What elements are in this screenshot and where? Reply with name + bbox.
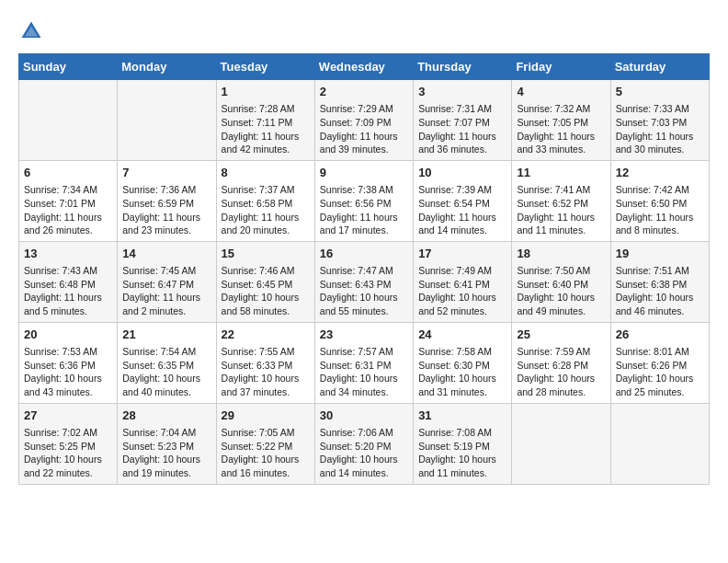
day-cell: 19Sunrise: 7:51 AMSunset: 6:38 PMDayligh… [610,241,709,322]
day-number: 10 [418,165,506,181]
day-number: 22 [222,327,310,343]
day-cell: 4Sunrise: 7:32 AMSunset: 7:05 PMDaylight… [512,80,610,161]
day-number: 19 [616,246,704,262]
day-number: 3 [418,84,506,100]
day-cell: 24Sunrise: 7:58 AMSunset: 6:30 PMDayligh… [414,322,512,403]
day-number: 4 [517,84,605,100]
day-cell: 25Sunrise: 7:59 AMSunset: 6:28 PMDayligh… [512,322,610,403]
day-cell: 22Sunrise: 7:55 AMSunset: 6:33 PMDayligh… [216,322,314,403]
day-cell: 2Sunrise: 7:29 AMSunset: 7:09 PMDaylight… [314,80,413,161]
day-info: Sunrise: 7:45 AMSunset: 6:47 PMDaylight:… [122,264,210,318]
day-cell: 23Sunrise: 7:57 AMSunset: 6:31 PMDayligh… [314,322,413,403]
weekday-header-tuesday: Tuesday [216,54,314,80]
logo-icon [18,18,44,44]
day-cell: 21Sunrise: 7:54 AMSunset: 6:35 PMDayligh… [118,322,216,403]
day-number: 21 [122,327,210,343]
day-cell: 7Sunrise: 7:36 AMSunset: 6:59 PMDaylight… [118,160,216,241]
day-cell: 14Sunrise: 7:45 AMSunset: 6:47 PMDayligh… [118,241,216,322]
day-number: 15 [222,246,310,262]
day-info: Sunrise: 7:28 AMSunset: 7:11 PMDaylight:… [222,102,310,156]
week-row-4: 20Sunrise: 7:53 AMSunset: 6:36 PMDayligh… [19,322,710,403]
calendar-header: SundayMondayTuesdayWednesdayThursdayFrid… [19,54,710,80]
day-number: 16 [320,246,408,262]
day-info: Sunrise: 7:51 AMSunset: 6:38 PMDaylight:… [616,264,704,318]
day-info: Sunrise: 7:38 AMSunset: 6:56 PMDaylight:… [320,183,408,237]
day-number: 13 [24,246,112,262]
week-row-2: 6Sunrise: 7:34 AMSunset: 7:01 PMDaylight… [19,160,710,241]
day-cell: 10Sunrise: 7:39 AMSunset: 6:54 PMDayligh… [414,160,512,241]
day-cell: 17Sunrise: 7:49 AMSunset: 6:41 PMDayligh… [414,241,512,322]
day-cell: 12Sunrise: 7:42 AMSunset: 6:50 PMDayligh… [610,160,709,241]
day-info: Sunrise: 7:41 AMSunset: 6:52 PMDaylight:… [517,183,605,237]
day-info: Sunrise: 7:55 AMSunset: 6:33 PMDaylight:… [222,345,310,399]
day-number: 5 [616,84,704,100]
day-info: Sunrise: 7:02 AMSunset: 5:25 PMDaylight:… [24,426,112,480]
day-cell: 31Sunrise: 7:08 AMSunset: 5:19 PMDayligh… [414,403,512,484]
day-number: 2 [320,84,408,100]
day-info: Sunrise: 7:59 AMSunset: 6:28 PMDaylight:… [517,345,605,399]
day-info: Sunrise: 7:05 AMSunset: 5:22 PMDaylight:… [222,426,310,480]
day-number: 20 [24,327,112,343]
day-number: 6 [24,165,112,181]
day-info: Sunrise: 7:50 AMSunset: 6:40 PMDaylight:… [517,264,605,318]
day-info: Sunrise: 7:06 AMSunset: 5:20 PMDaylight:… [320,426,408,480]
day-cell: 20Sunrise: 7:53 AMSunset: 6:36 PMDayligh… [19,322,118,403]
day-number: 31 [418,408,506,424]
week-row-5: 27Sunrise: 7:02 AMSunset: 5:25 PMDayligh… [19,403,710,484]
day-info: Sunrise: 7:53 AMSunset: 6:36 PMDaylight:… [24,345,112,399]
day-cell: 30Sunrise: 7:06 AMSunset: 5:20 PMDayligh… [314,403,413,484]
logo [18,18,48,44]
day-cell: 28Sunrise: 7:04 AMSunset: 5:23 PMDayligh… [118,403,216,484]
day-info: Sunrise: 7:58 AMSunset: 6:30 PMDaylight:… [418,345,506,399]
week-row-3: 13Sunrise: 7:43 AMSunset: 6:48 PMDayligh… [19,241,710,322]
weekday-header-monday: Monday [118,54,216,80]
day-number: 18 [517,246,605,262]
day-info: Sunrise: 7:47 AMSunset: 6:43 PMDaylight:… [320,264,408,318]
calendar-body: 1Sunrise: 7:28 AMSunset: 7:11 PMDaylight… [19,80,710,485]
day-cell [610,403,709,484]
weekday-header-wednesday: Wednesday [314,54,413,80]
day-info: Sunrise: 7:49 AMSunset: 6:41 PMDaylight:… [418,264,506,318]
weekday-row: SundayMondayTuesdayWednesdayThursdayFrid… [19,54,710,80]
page-header [18,18,710,44]
day-info: Sunrise: 7:04 AMSunset: 5:23 PMDaylight:… [122,426,210,480]
day-number: 30 [320,408,408,424]
day-info: Sunrise: 7:32 AMSunset: 7:05 PMDaylight:… [517,102,605,156]
day-cell: 15Sunrise: 7:46 AMSunset: 6:45 PMDayligh… [216,241,314,322]
day-cell: 27Sunrise: 7:02 AMSunset: 5:25 PMDayligh… [19,403,118,484]
day-info: Sunrise: 7:46 AMSunset: 6:45 PMDaylight:… [222,264,310,318]
day-cell: 18Sunrise: 7:50 AMSunset: 6:40 PMDayligh… [512,241,610,322]
day-info: Sunrise: 7:43 AMSunset: 6:48 PMDaylight:… [24,264,112,318]
day-cell [19,80,118,161]
day-cell: 8Sunrise: 7:37 AMSunset: 6:58 PMDaylight… [216,160,314,241]
day-number: 27 [24,408,112,424]
day-number: 7 [122,165,210,181]
day-info: Sunrise: 7:31 AMSunset: 7:07 PMDaylight:… [418,102,506,156]
day-info: Sunrise: 8:01 AMSunset: 6:26 PMDaylight:… [616,345,704,399]
day-cell: 5Sunrise: 7:33 AMSunset: 7:03 PMDaylight… [610,80,709,161]
weekday-header-friday: Friday [512,54,610,80]
day-number: 26 [616,327,704,343]
day-cell: 29Sunrise: 7:05 AMSunset: 5:22 PMDayligh… [216,403,314,484]
day-cell: 13Sunrise: 7:43 AMSunset: 6:48 PMDayligh… [19,241,118,322]
day-info: Sunrise: 7:57 AMSunset: 6:31 PMDaylight:… [320,345,408,399]
day-info: Sunrise: 7:39 AMSunset: 6:54 PMDaylight:… [418,183,506,237]
day-number: 14 [122,246,210,262]
day-info: Sunrise: 7:42 AMSunset: 6:50 PMDaylight:… [616,183,704,237]
weekday-header-sunday: Sunday [19,54,118,80]
day-info: Sunrise: 7:37 AMSunset: 6:58 PMDaylight:… [222,183,310,237]
day-cell: 1Sunrise: 7:28 AMSunset: 7:11 PMDaylight… [216,80,314,161]
weekday-header-thursday: Thursday [414,54,512,80]
day-cell: 6Sunrise: 7:34 AMSunset: 7:01 PMDaylight… [19,160,118,241]
day-number: 1 [222,84,310,100]
weekday-header-saturday: Saturday [610,54,709,80]
day-number: 17 [418,246,506,262]
day-number: 9 [320,165,408,181]
day-cell: 3Sunrise: 7:31 AMSunset: 7:07 PMDaylight… [414,80,512,161]
day-number: 11 [517,165,605,181]
day-number: 25 [517,327,605,343]
day-info: Sunrise: 7:36 AMSunset: 6:59 PMDaylight:… [122,183,210,237]
day-cell [118,80,216,161]
day-number: 24 [418,327,506,343]
day-number: 29 [222,408,310,424]
